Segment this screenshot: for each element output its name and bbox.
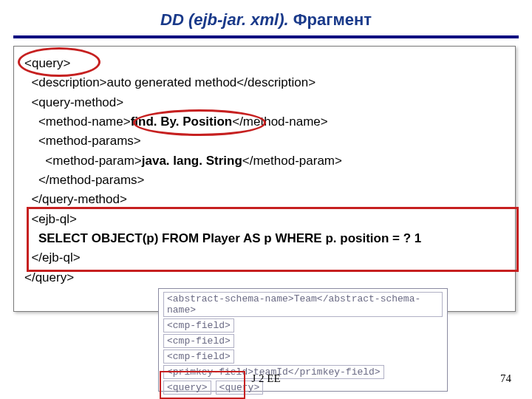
code-line: <query-method>: [24, 93, 505, 112]
code-line: SELECT OBJECT(p) FROM Player AS p WHERE …: [24, 229, 505, 248]
inset-row: <cmp-field>: [163, 318, 234, 332]
title-main: DD (ejb-jar. xml).: [160, 10, 289, 29]
code-line: <query>: [24, 54, 505, 73]
code-line: </query-method>: [24, 190, 505, 209]
code-line: <description>auto generated method</desc…: [24, 73, 505, 92]
slide-title: DD (ejb-jar. xml). Фрагмент: [0, 0, 532, 30]
page-number: 74: [500, 372, 511, 385]
code-line: <method-name>find. By. Position</method-…: [24, 112, 505, 132]
code-box: <query> <description>auto generated meth…: [13, 46, 516, 312]
inset-row: <cmp-field>: [163, 334, 234, 348]
code-line: <method-params>: [24, 132, 505, 151]
code-line: </ejb-ql>: [24, 248, 505, 267]
code-line: <ejb-ql>: [24, 210, 505, 229]
title-fragment: Фрагмент: [293, 10, 372, 29]
inset-row: <cmp-field>: [163, 349, 234, 364]
inset-row: <abstract-schema-name>Team</abstract-sch…: [163, 292, 443, 317]
code-line: <method-param>java. lang. String</method…: [24, 151, 505, 171]
title-underline: [13, 35, 519, 38]
footer-label: J 2 EE: [0, 372, 532, 385]
code-line: </method-params>: [24, 171, 505, 190]
code-line: </query>: [24, 268, 505, 287]
